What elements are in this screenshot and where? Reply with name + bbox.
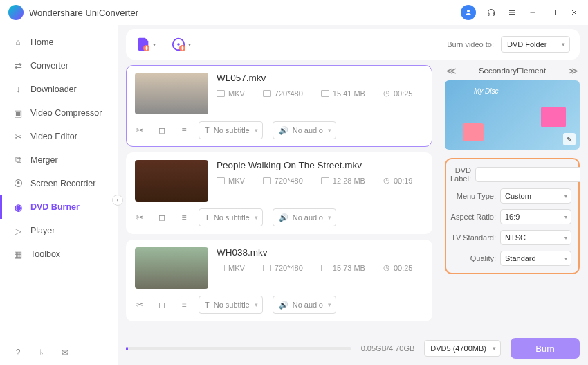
svg-rect-5 xyxy=(551,10,556,15)
svg-point-10 xyxy=(177,43,180,46)
subtitle-select[interactable]: TNo subtitle xyxy=(199,296,263,314)
resolution-icon xyxy=(263,177,271,184)
file-card[interactable]: People Walking On The Street.mkv MKV 720… xyxy=(126,152,432,234)
file-card[interactable]: WH038.mkv MKV 720*480 15.73 MB ◷00:25 ✂ xyxy=(126,240,432,321)
sidebar-item-merger[interactable]: ⧉Merger xyxy=(0,148,118,172)
file-resolution: 720*480 xyxy=(275,264,303,272)
file-format: MKV xyxy=(228,264,245,272)
trim-button[interactable]: ✂ xyxy=(135,125,145,135)
file-card[interactable]: WL057.mkv MKV 720*480 15.41 MB ◷00:25 ✂ xyxy=(126,65,432,147)
file-resolution: 720*480 xyxy=(275,89,303,98)
subtitle-select[interactable]: TNo subtitle xyxy=(199,121,263,139)
sidebar-item-label: Screen Recorder xyxy=(30,179,96,188)
bell-icon[interactable]: ♭ xyxy=(36,347,47,358)
trim-button[interactable]: ✂ xyxy=(135,300,145,310)
format-icon xyxy=(217,265,225,271)
tools-icon: ▦ xyxy=(12,249,24,260)
video-thumbnail[interactable] xyxy=(135,160,208,202)
disc-type-select[interactable]: DVD5 (4700MB) xyxy=(424,340,501,357)
sidebar-item-editor[interactable]: ✂Video Editor xyxy=(0,125,118,148)
dvd-label-label: DVD Label: xyxy=(450,166,471,183)
video-thumbnail[interactable] xyxy=(135,247,208,289)
size-icon xyxy=(321,90,329,97)
edit-icon: ✂ xyxy=(12,131,24,142)
sidebar-item-player[interactable]: ▷Player xyxy=(0,219,118,242)
collapse-sidebar-button[interactable]: ‹ xyxy=(112,195,123,206)
file-duration: 00:25 xyxy=(394,264,413,272)
crop-button[interactable]: ◻ xyxy=(157,300,167,310)
compress-icon: ▣ xyxy=(12,107,24,118)
add-disc-icon xyxy=(171,37,186,52)
record-icon: ⦿ xyxy=(12,178,24,189)
minimize-button[interactable] xyxy=(527,7,538,18)
burn-target-select[interactable]: DVD Folder xyxy=(501,36,570,53)
template-name: SecondaryElement xyxy=(479,66,546,75)
file-name: People Walking On The Street.mkv xyxy=(217,160,423,170)
file-size: 12.28 MB xyxy=(333,177,365,185)
menu-type-select[interactable]: Custom xyxy=(500,188,571,204)
audio-select[interactable]: 🔊No audio xyxy=(273,121,336,139)
next-template-button[interactable]: ≫ xyxy=(568,65,578,76)
headphones-icon[interactable] xyxy=(486,7,497,18)
clock-icon: ◷ xyxy=(383,89,390,98)
preview-title: My Disc xyxy=(474,87,499,95)
add-file-button[interactable]: ▾ xyxy=(136,37,156,52)
quality-select[interactable]: Standard xyxy=(500,251,571,266)
subtitle-icon: T xyxy=(205,126,210,134)
sidebar-item-home[interactable]: ⌂Home xyxy=(0,30,118,54)
dvd-label-input[interactable] xyxy=(475,167,580,182)
sidebar-item-toolbox[interactable]: ▦Toolbox xyxy=(0,242,118,266)
video-thumbnail[interactable] xyxy=(135,73,208,114)
close-button[interactable] xyxy=(569,7,580,18)
audio-icon: 🔊 xyxy=(279,126,288,135)
size-progress-bar xyxy=(126,347,351,350)
tv-standard-select[interactable]: NTSC xyxy=(500,230,571,245)
effect-button[interactable]: ≡ xyxy=(179,300,189,310)
file-size: 15.73 MB xyxy=(333,264,365,272)
crop-button[interactable]: ◻ xyxy=(157,125,167,135)
add-disc-button[interactable]: ▾ xyxy=(171,37,191,52)
resolution-icon xyxy=(263,265,271,271)
file-name: WL057.mkv xyxy=(217,73,423,83)
sidebar-item-label: Player xyxy=(30,226,55,235)
menu-type-label: Menu Type: xyxy=(450,192,496,200)
sidebar-item-downloader[interactable]: ↓Downloader xyxy=(0,78,118,101)
sidebar-item-label: DVD Burner xyxy=(30,202,80,212)
edit-template-button[interactable]: ✎ xyxy=(563,133,576,145)
trim-button[interactable]: ✂ xyxy=(135,213,145,222)
clock-icon: ◷ xyxy=(383,176,390,185)
sidebar-item-converter[interactable]: ⇄Converter xyxy=(0,54,118,78)
merge-icon: ⧉ xyxy=(12,154,24,166)
help-icon[interactable]: ? xyxy=(12,347,24,358)
size-icon xyxy=(321,265,329,271)
footer: 0.05GB/4.70GB DVD5 (4700MB) Burn xyxy=(126,332,580,365)
template-preview[interactable]: My Disc ✎ xyxy=(445,80,580,150)
file-format: MKV xyxy=(228,177,245,185)
prev-template-button[interactable]: ≪ xyxy=(446,65,457,76)
preview-graphic xyxy=(541,107,566,127)
subtitle-icon: T xyxy=(205,301,210,309)
audio-icon: 🔊 xyxy=(279,301,288,310)
aspect-ratio-label: Aspect Ratio: xyxy=(450,213,496,221)
effect-button[interactable]: ≡ xyxy=(179,213,189,222)
home-icon: ⌂ xyxy=(12,37,24,48)
audio-select[interactable]: 🔊No audio xyxy=(273,208,336,226)
aspect-ratio-select[interactable]: 16:9 xyxy=(500,209,571,224)
maximize-button[interactable] xyxy=(548,7,559,18)
user-avatar[interactable] xyxy=(461,5,476,20)
burn-button[interactable]: Burn xyxy=(511,338,580,359)
menu-icon[interactable] xyxy=(506,7,517,18)
sidebar-item-dvd-burner[interactable]: ◉DVD Burner xyxy=(0,195,118,219)
crop-button[interactable]: ◻ xyxy=(157,213,167,222)
sidebar-item-recorder[interactable]: ⦿Screen Recorder xyxy=(0,172,118,195)
sidebar-item-compressor[interactable]: ▣Video Compressor xyxy=(0,101,118,125)
feedback-icon[interactable]: ✉ xyxy=(59,347,71,358)
effect-button[interactable]: ≡ xyxy=(179,125,189,135)
format-icon xyxy=(217,90,225,97)
file-resolution: 720*480 xyxy=(275,177,303,185)
subtitle-select[interactable]: TNo subtitle xyxy=(199,208,263,226)
settings-panel: ≪ SecondaryElement ≫ My Disc ✎ DVD Label… xyxy=(445,65,580,329)
add-file-icon xyxy=(136,37,151,52)
audio-select[interactable]: 🔊No audio xyxy=(273,296,336,314)
file-name: WH038.mkv xyxy=(217,247,423,258)
